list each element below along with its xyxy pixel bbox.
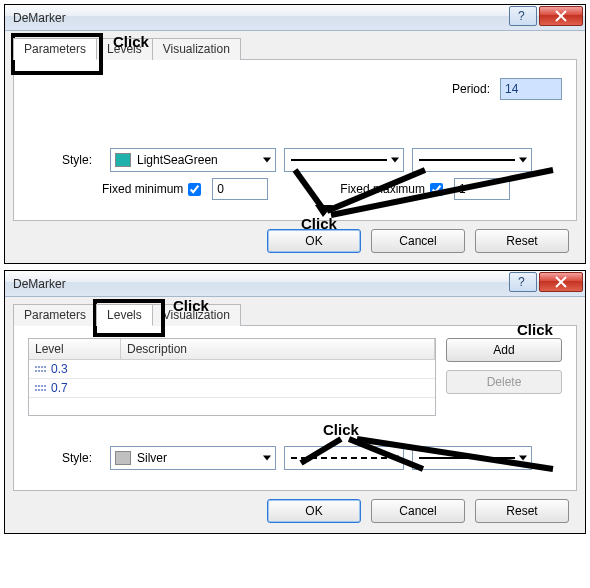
fixed-minimum-input[interactable] [212, 178, 268, 200]
line-preview [419, 159, 515, 161]
title-bar: DeMarker ? [5, 271, 585, 297]
style-color-name: LightSeaGreen [137, 153, 271, 167]
style-color-select[interactable]: LightSeaGreen [110, 148, 276, 172]
title-bar: DeMarker ? [5, 5, 585, 31]
level-icon [35, 365, 47, 373]
levels-grid[interactable]: Level Description 0.3 0.7 [28, 338, 436, 416]
tab-parameters[interactable]: Parameters [13, 304, 97, 326]
fixed-maximum-input[interactable] [454, 178, 510, 200]
period-input[interactable] [500, 78, 562, 100]
cancel-button[interactable]: Cancel [371, 499, 465, 523]
period-label: Period: [450, 82, 500, 96]
fixed-minimum-label: Fixed minimum [102, 182, 183, 196]
level-icon [35, 384, 47, 392]
help-icon: ? [518, 276, 528, 288]
demarker-dialog-levels: DeMarker ? Parameters Levels Visualizati… [4, 270, 586, 534]
fixed-maximum-checkbox[interactable] [430, 183, 443, 196]
ok-button[interactable]: OK [267, 229, 361, 253]
line-width-select[interactable] [412, 446, 532, 470]
chevron-down-icon [263, 158, 271, 163]
color-swatch [115, 451, 131, 465]
color-swatch [115, 153, 131, 167]
add-button[interactable]: Add [446, 338, 562, 362]
close-button[interactable] [539, 6, 583, 26]
style-label: Style: [28, 153, 102, 167]
close-button[interactable] [539, 272, 583, 292]
chevron-down-icon [391, 456, 399, 461]
help-icon: ? [518, 10, 528, 22]
tab-levels[interactable]: Levels [96, 38, 153, 60]
line-preview [419, 457, 515, 459]
line-width-select[interactable] [412, 148, 532, 172]
tab-visualization[interactable]: Visualization [152, 38, 241, 60]
cancel-button[interactable]: Cancel [371, 229, 465, 253]
chevron-down-icon [263, 456, 271, 461]
level-value: 0.7 [51, 381, 68, 395]
close-icon [555, 10, 567, 22]
line-preview [291, 457, 387, 459]
window-title: DeMarker [13, 11, 66, 25]
close-icon [555, 276, 567, 288]
level-desc [121, 379, 435, 397]
tab-visualization[interactable]: Visualization [152, 304, 241, 326]
table-row[interactable]: 0.7 [29, 379, 435, 398]
fixed-minimum-checkbox[interactable] [188, 183, 201, 196]
level-desc [121, 360, 435, 378]
line-style-select[interactable] [284, 148, 404, 172]
style-color-name: Silver [137, 451, 271, 465]
col-description[interactable]: Description [121, 339, 435, 359]
tab-strip: Parameters Levels Visualization [13, 303, 577, 326]
help-button[interactable]: ? [509, 272, 537, 292]
window-title: DeMarker [13, 277, 66, 291]
reset-button[interactable]: Reset [475, 229, 569, 253]
line-style-select[interactable] [284, 446, 404, 470]
svg-text:?: ? [518, 276, 525, 288]
chevron-down-icon [519, 456, 527, 461]
ok-button[interactable]: OK [267, 499, 361, 523]
fixed-maximum-label: Fixed maximum [340, 182, 425, 196]
style-color-select[interactable]: Silver [110, 446, 276, 470]
line-preview [291, 159, 387, 161]
tab-levels[interactable]: Levels [96, 304, 153, 326]
table-row[interactable]: 0.3 [29, 360, 435, 379]
reset-button[interactable]: Reset [475, 499, 569, 523]
demarker-dialog-parameters: DeMarker ? Parameters Levels Visualizati… [4, 4, 586, 264]
svg-text:?: ? [518, 10, 525, 22]
delete-button: Delete [446, 370, 562, 394]
chevron-down-icon [519, 158, 527, 163]
style-label: Style: [28, 451, 102, 465]
tab-parameters[interactable]: Parameters [13, 38, 97, 60]
level-value: 0.3 [51, 362, 68, 376]
chevron-down-icon [391, 158, 399, 163]
help-button[interactable]: ? [509, 6, 537, 26]
tab-strip: Parameters Levels Visualization [13, 37, 577, 60]
col-level[interactable]: Level [29, 339, 121, 359]
